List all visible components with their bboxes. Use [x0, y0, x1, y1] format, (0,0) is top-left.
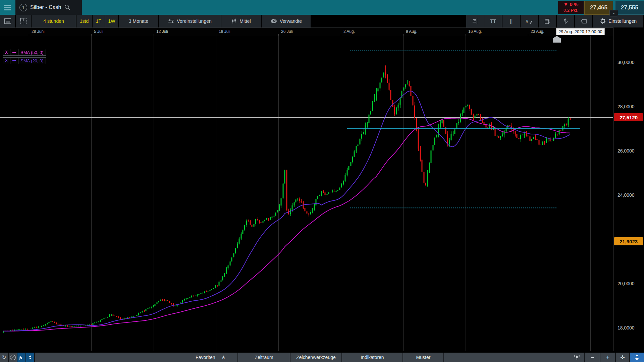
- legend-remove-button[interactable]: X: [3, 49, 10, 56]
- date-tick-label: 19 Juli: [219, 29, 230, 34]
- bottom-menu-zeichenwerkzeuge[interactable]: Zeichenwerkzeuge: [290, 353, 342, 362]
- search-icon[interactable]: [64, 4, 70, 10]
- legend-label[interactable]: SMA (20, 0): [18, 57, 46, 64]
- bottom-menu-muster[interactable]: Muster: [403, 353, 444, 362]
- layout-icon-button[interactable]: [16, 15, 32, 27]
- price-tick-label: 30,0000: [618, 60, 635, 65]
- interval-current-button[interactable]: 4 stunden: [32, 15, 76, 27]
- sort-updown-button[interactable]: [26, 353, 35, 362]
- current-price-badge: 27,5120: [614, 113, 643, 121]
- windows-cascade-button[interactable]: [539, 15, 557, 27]
- change-percent: ▼ 0 %: [564, 1, 579, 7]
- legend-line-sample[interactable]: [10, 49, 18, 56]
- back-label-button[interactable]: [575, 15, 593, 27]
- align-ruler-icon: [472, 18, 478, 24]
- presets-button[interactable]: Voreinstellungen: [159, 15, 221, 27]
- date-tick-label: 12 Juli: [156, 29, 168, 34]
- bottom-menu-label: Muster: [416, 355, 431, 360]
- interval-1t-button[interactable]: 1T: [93, 15, 105, 27]
- legend-remove-button[interactable]: X: [3, 57, 10, 64]
- up-down-arrows-icon: [29, 355, 32, 359]
- date-tick-label: 9 Aug.: [406, 29, 417, 34]
- price-tick-label: 20,0000: [618, 281, 635, 286]
- list-icon: [4, 18, 11, 24]
- interval-1w-button[interactable]: 1W: [105, 15, 119, 27]
- pencil-icon: [19, 355, 24, 360]
- pentagon-left-icon: [581, 19, 587, 23]
- price-tick-label: 28,0000: [618, 104, 635, 109]
- pattern-draw-button[interactable]: #: [521, 15, 539, 27]
- pen-icon: [530, 20, 533, 24]
- price-tick-label: 18,0000: [618, 325, 635, 330]
- vertical-scale-button[interactable]: [630, 353, 644, 362]
- text-tool-icon: TT: [490, 18, 496, 24]
- crosshair-button[interactable]: ✛: [616, 353, 630, 362]
- range-button[interactable]: 3 Monate: [119, 15, 159, 27]
- bottom-menu-label: Indikatoren: [361, 355, 384, 360]
- date-tick-label: 16 Aug.: [468, 29, 482, 34]
- date-tick-label: 28 Juni: [32, 29, 45, 34]
- indicator-legend: XSMA (50, 0)XSMA (20, 0): [3, 49, 46, 66]
- arrows-vertical-icon: [635, 354, 639, 360]
- scale-tool-button[interactable]: [466, 15, 484, 27]
- hash-icon: #: [526, 18, 528, 24]
- trading-app: 1 Silber - Cash ▼ 0 % 0,2 Pkt. 27,465 27…: [0, 0, 644, 362]
- chart-type-button[interactable]: [557, 15, 575, 27]
- date-tick-label: 26 Juli: [281, 29, 293, 34]
- bottom-menu-label: Zeichenwerkzeuge: [296, 355, 336, 360]
- header-bar: 1 Silber - Cash ▼ 0 % 0,2 Pkt. 27,465 27…: [0, 0, 644, 15]
- interval-1std-button[interactable]: 1std: [76, 15, 93, 27]
- price-axis[interactable]: 30,000028,000026,000024,000020,000018,00…: [613, 27, 644, 351]
- draw-mode-button[interactable]: [17, 353, 26, 362]
- candles-icon: [231, 18, 237, 24]
- crosshair-icon: ✛: [620, 354, 625, 361]
- symbol-title: Silber - Cash: [30, 4, 61, 10]
- fit-scale-icon: [574, 354, 580, 360]
- mittel-button[interactable]: Mittel: [221, 15, 262, 27]
- tab-number-badge: 1: [19, 4, 27, 11]
- watchlist-icon-button[interactable]: [0, 15, 16, 27]
- bottom-menu-label: Zeitraum: [255, 355, 273, 360]
- bid-price-button[interactable]: 27,465: [584, 1, 613, 15]
- change-points: 0,2 Pkt.: [564, 7, 578, 13]
- bottom-menu-zeitraum[interactable]: Zeitraum: [238, 353, 290, 362]
- candlestick-chart-canvas[interactable]: [0, 36, 613, 351]
- zoom-out-button[interactable]: −: [585, 353, 600, 362]
- date-tick-label: 2 Aug.: [343, 29, 355, 34]
- symbol-tab[interactable]: 1 Silber - Cash: [15, 0, 82, 15]
- gear-icon: [600, 18, 606, 24]
- date-axis[interactable]: 29 Aug. 2020 17:00:00 28 Juni5 Juli12 Ju…: [0, 27, 613, 36]
- legend-row-sma20: XSMA (20, 0): [3, 57, 46, 64]
- ask-price-button[interactable]: 27,555: [615, 1, 644, 15]
- settings-button[interactable]: Einstellungen: [593, 15, 644, 27]
- text-tool-button[interactable]: TT: [484, 15, 502, 27]
- quote-change-panel: ▼ 0 % 0,2 Pkt.: [558, 1, 584, 14]
- chart-area: XSMA (50, 0)XSMA (20, 0): [0, 36, 613, 351]
- bottom-menu-indikatoren[interactable]: Indikatoren: [342, 353, 403, 362]
- date-tooltip: 29 Aug. 2020 17:00:00: [556, 28, 605, 35]
- collapse-quote-button[interactable]: -: [609, 10, 618, 16]
- disable-drawing-button[interactable]: [9, 353, 17, 362]
- chart-toolbar: 4 stunden 1std 1T 1W 3 Monate Voreinstel…: [0, 15, 644, 27]
- legend-label[interactable]: SMA (50, 0): [18, 49, 46, 56]
- bottom-toolbar: ↻ Favoriten★ZeitraumZeichenwerkzeugeIndi…: [0, 353, 644, 362]
- refresh-icon: ↻: [2, 354, 6, 360]
- bottom-menu-label: Favoriten: [196, 355, 215, 360]
- price-tick-label: 26,0000: [618, 148, 635, 154]
- zoom-in-button[interactable]: +: [600, 353, 616, 362]
- autofit-button[interactable]: [570, 353, 585, 362]
- verwandte-button[interactable]: Verwandte: [262, 15, 311, 27]
- alert-price-badge: 21,9023: [614, 237, 643, 245]
- star-icon[interactable]: ★: [221, 354, 225, 360]
- grid-layout-icon: [20, 18, 26, 24]
- minus-icon: −: [591, 354, 594, 361]
- date-tick-label: 23 Aug.: [531, 29, 544, 34]
- refresh-button[interactable]: ↻: [0, 353, 9, 362]
- legend-line-sample[interactable]: [10, 57, 18, 64]
- bottom-menu-favoriten[interactable]: Favoriten★: [184, 353, 238, 362]
- parallel-lines-button[interactable]: ||: [502, 15, 521, 27]
- sliders-icon: [168, 19, 174, 23]
- parallel-lines-icon: ||: [510, 18, 513, 24]
- menu-icon[interactable]: [0, 0, 15, 15]
- eye-icon: [270, 19, 277, 23]
